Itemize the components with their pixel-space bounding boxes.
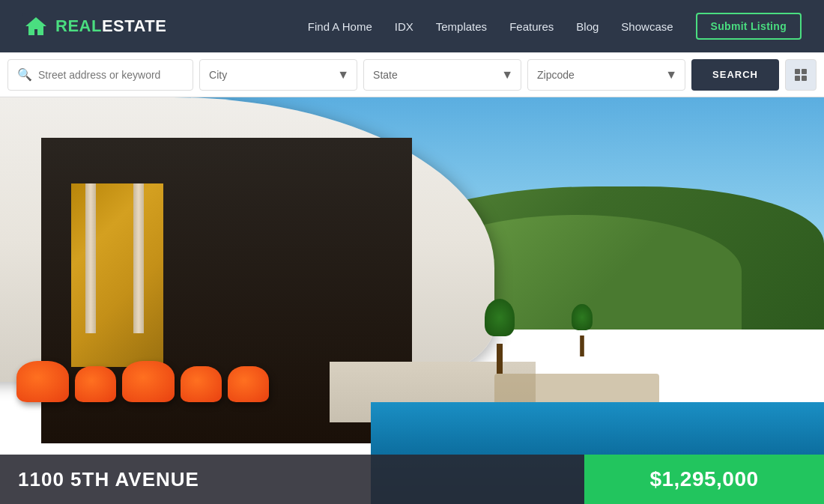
header: REALESTATE Find A Home IDX Templates Fea… bbox=[0, 0, 824, 52]
state-select[interactable]: State bbox=[373, 69, 512, 81]
search-button[interactable]: SEARCH bbox=[691, 59, 779, 91]
interior-columns bbox=[85, 183, 144, 333]
property-price-section: $1,295,000 bbox=[584, 455, 824, 504]
logo-text: REALESTATE bbox=[55, 16, 166, 36]
grid-icon bbox=[794, 68, 808, 82]
property-info-bar: 1100 5TH AVENUE $1,295,000 bbox=[0, 455, 824, 504]
chair-2 bbox=[75, 366, 116, 402]
zipcode-select[interactable]: Zipcode bbox=[537, 69, 676, 81]
property-address-text: 1100 5TH AVENUE bbox=[18, 468, 199, 491]
city-select[interactable]: City bbox=[209, 69, 348, 81]
house-icon bbox=[22, 13, 49, 40]
search-bar: 🔍 City ▼ State ▼ Zipcode ▼ SEARCH bbox=[0, 52, 824, 97]
hero-section: 1100 5TH AVENUE $1,295,000 bbox=[0, 97, 824, 504]
state-select-wrap: State ▼ bbox=[363, 59, 521, 91]
svg-rect-3 bbox=[802, 69, 807, 74]
submit-listing-button[interactable]: Submit Listing bbox=[696, 13, 802, 40]
palm-tree-2 bbox=[575, 315, 590, 356]
property-price-text: $1,295,000 bbox=[649, 467, 758, 491]
chair-5 bbox=[228, 366, 269, 402]
city-select-wrap: City ▼ bbox=[199, 59, 357, 91]
logo-estate: ESTATE bbox=[102, 16, 167, 35]
nav-find-home[interactable]: Find A Home bbox=[308, 20, 372, 33]
chair-4 bbox=[181, 366, 222, 402]
nav-idx[interactable]: IDX bbox=[395, 20, 413, 33]
tree-trunk bbox=[497, 344, 503, 374]
logo: REALESTATE bbox=[22, 13, 166, 40]
svg-rect-4 bbox=[795, 76, 800, 81]
chairs-area bbox=[16, 321, 346, 403]
search-icon: 🔍 bbox=[17, 67, 32, 82]
nav-templates[interactable]: Templates bbox=[436, 20, 487, 33]
main-nav: Find A Home IDX Templates Features Blog … bbox=[308, 13, 802, 40]
chair-1 bbox=[16, 361, 69, 402]
nav-features[interactable]: Features bbox=[509, 20, 554, 33]
nav-showcase[interactable]: Showcase bbox=[621, 20, 673, 33]
grid-view-button[interactable] bbox=[785, 59, 817, 91]
tree-crown-2 bbox=[572, 304, 593, 330]
chair-3 bbox=[122, 361, 175, 402]
logo-real: REAL bbox=[55, 16, 102, 35]
zipcode-select-wrap: Zipcode ▼ bbox=[527, 59, 685, 91]
svg-rect-2 bbox=[795, 69, 800, 74]
property-address-section: 1100 5TH AVENUE bbox=[0, 455, 584, 504]
palm-tree bbox=[488, 314, 511, 374]
hero-image bbox=[0, 97, 824, 504]
nav-blog[interactable]: Blog bbox=[576, 20, 599, 33]
keyword-input-wrap: 🔍 bbox=[7, 59, 193, 91]
column-1 bbox=[85, 183, 96, 333]
svg-rect-5 bbox=[802, 76, 807, 81]
keyword-input[interactable] bbox=[38, 69, 184, 81]
tree-trunk-2 bbox=[580, 336, 584, 356]
tree-crown bbox=[485, 299, 515, 336]
column-2 bbox=[133, 183, 144, 333]
